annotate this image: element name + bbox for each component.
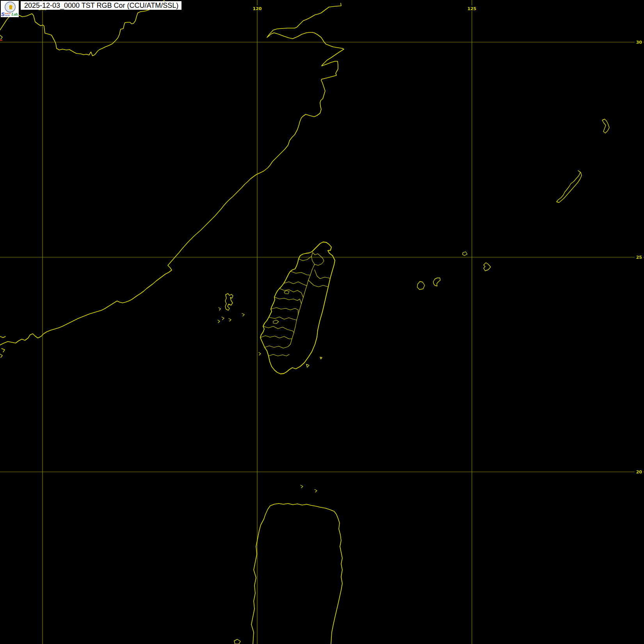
logo-big-letter: S bbox=[1, 12, 5, 17]
logo-lab-label: Lab. bbox=[11, 12, 19, 16]
logo-word-stack: evere torm bbox=[5, 12, 11, 16]
timestamp-title: 2025-12-03_0000 TST RGB Cor (CCU/ATM/SSL… bbox=[21, 1, 181, 10]
latitude-label-20: 20 bbox=[636, 470, 642, 475]
ocean-background bbox=[0, 0, 644, 644]
lab-logo-text: S evere torm Lab. bbox=[1, 12, 19, 17]
latitude-label-25: 25 bbox=[636, 255, 642, 260]
longitude-label-120: 120 bbox=[253, 6, 262, 11]
latitude-label-30: 30 bbox=[636, 40, 642, 45]
map-canvas: 115120125302520 bbox=[0, 0, 644, 644]
longitude-label-125: 125 bbox=[468, 6, 477, 11]
logo-word-bottom: torm bbox=[5, 14, 11, 16]
lab-logo: S evere torm Lab. bbox=[1, 1, 19, 17]
satellite-map-viewer: 115120125302520 2025-12-03_0000 TST RGB … bbox=[0, 0, 644, 644]
university-seal-icon bbox=[5, 2, 16, 12]
